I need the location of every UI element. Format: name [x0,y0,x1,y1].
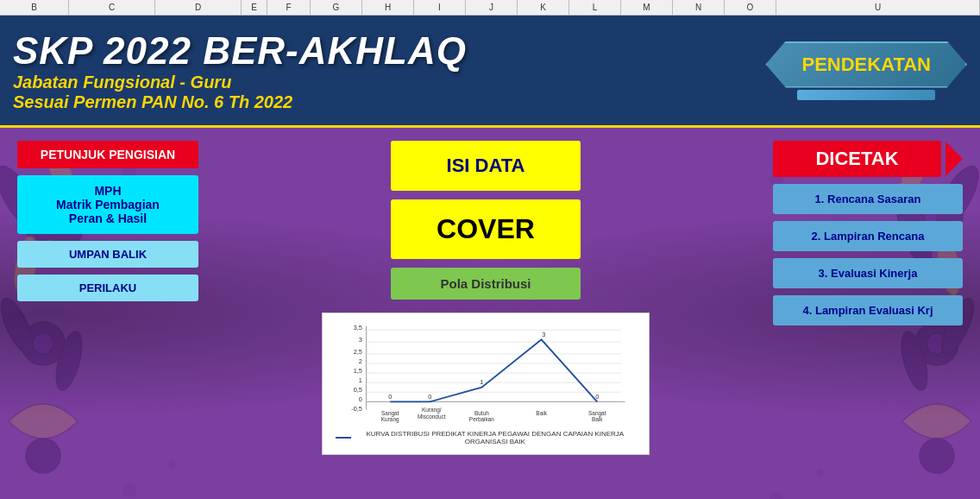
col-m: M [621,0,673,15]
col-e: E [242,0,267,15]
isi-data-button[interactable]: ISI DATA [391,141,581,191]
column-headers: B C D E F G H I J K L M N O U [0,0,980,16]
mph-button[interactable]: MPH Matrik Pembagian Peran & Hasil [17,175,198,234]
header-left: SKP 2022 BER-AKHLAQ Jabatan Fungsional -… [13,29,467,112]
col-b: B [0,0,69,15]
dicetak-arrow-icon [945,142,963,176]
svg-text:0: 0 [428,393,431,401]
petunjuk-pengisian-button[interactable]: PETUNJUK PENGISIAN [17,141,198,168]
right-column: DICETAK 1. Rencana Sasaran 2. Lampiran R… [773,141,963,486]
middle-column: ISI DATA COVER Pola Distribusi 3,5 3 2,5… [216,141,756,486]
svg-text:Butuh: Butuh [474,410,489,416]
perilaku-button[interactable]: PERILAKU [17,275,198,301]
dicetak-row: DICETAK [773,141,963,177]
col-c: C [69,0,155,15]
body-section: PETUNJUK PENGISIAN MPH Matrik Pembagian … [0,128,980,499]
svg-text:3: 3 [359,336,362,344]
svg-text:Misconduct: Misconduct [418,414,446,420]
pola-distribusi-button[interactable]: Pola Distribusi [391,268,581,300]
lampiran-rencana-button[interactable]: 2. Lampiran Rencana [773,221,963,251]
col-i: I [414,0,466,15]
dicetak-button[interactable]: DICETAK [773,141,941,177]
col-o: O [725,0,776,15]
svg-text:3,5: 3,5 [354,324,362,332]
col-j: J [466,0,518,15]
evaluasi-kinerja-button[interactable]: 3. Evaluasi Kinerja [773,258,963,288]
svg-text:3: 3 [542,331,545,338]
svg-text:0: 0 [359,395,362,403]
svg-text:-0,5: -0,5 [351,405,362,413]
chart-legend: KURVA DISTRIBUSI PREDIKAT KINERJA PEGAWA… [336,430,636,445]
umpan-balik-button[interactable]: UMPAN BALIK [17,241,198,268]
svg-text:1: 1 [359,376,362,384]
svg-text:Baik: Baik [592,416,603,422]
svg-text:0: 0 [595,393,599,401]
lampiran-evaluasi-button[interactable]: 4. Lampiran Evaluasi Krj [773,295,963,325]
svg-text:Perbaikan: Perbaikan [469,416,494,422]
main-content: SKP 2022 BER-AKHLAQ Jabatan Fungsional -… [0,16,980,499]
svg-text:1,5: 1,5 [354,367,362,375]
col-k: K [518,0,569,15]
distribution-chart: 3,5 3 2,5 2 1,5 1 0,5 0 -0,5 [336,322,636,426]
col-d: D [155,0,242,15]
cover-button[interactable]: COVER [391,199,581,259]
chart-legend-text: KURVA DISTRIBUSI PREDIKAT KINERJA PEGAWA… [355,430,636,445]
chart-area: 3,5 3 2,5 2 1,5 1 0,5 0 -0,5 [336,322,636,426]
subtitle-line2: Sesuai Permen PAN No. 6 Th 2022 [13,92,467,112]
subtitle-line1: Jabatan Fungsional - Guru [13,73,467,92]
pendekatan-bar [797,90,935,100]
rencana-sasaran-button[interactable]: 1. Rencana Sasaran [773,184,963,214]
col-l: L [569,0,621,15]
col-u: U [776,0,980,15]
col-f: F [267,0,311,15]
svg-text:1: 1 [480,378,483,386]
svg-text:2,5: 2,5 [354,348,362,356]
svg-text:0,5: 0,5 [354,386,362,394]
chart-container: 3,5 3 2,5 2 1,5 1 0,5 0 -0,5 [322,313,650,455]
svg-text:0: 0 [388,393,392,401]
svg-text:Kurang: Kurang [381,416,399,423]
main-title: SKP 2022 BER-AKHLAQ [13,29,467,73]
body-layout: PETUNJUK PENGISIAN MPH Matrik Pembagian … [17,141,963,486]
col-h: H [362,0,414,15]
left-column: PETUNJUK PENGISIAN MPH Matrik Pembagian … [17,141,198,486]
header-banner: SKP 2022 BER-AKHLAQ Jabatan Fungsional -… [0,16,980,128]
svg-text:Baik: Baik [536,410,547,416]
svg-text:2: 2 [359,357,362,365]
col-n: N [673,0,725,15]
pendekatan-container: PENDEKATAN [765,41,967,100]
svg-point-28 [770,492,783,499]
col-g: G [311,0,362,15]
pendekatan-ribbon: PENDEKATAN [765,41,967,88]
